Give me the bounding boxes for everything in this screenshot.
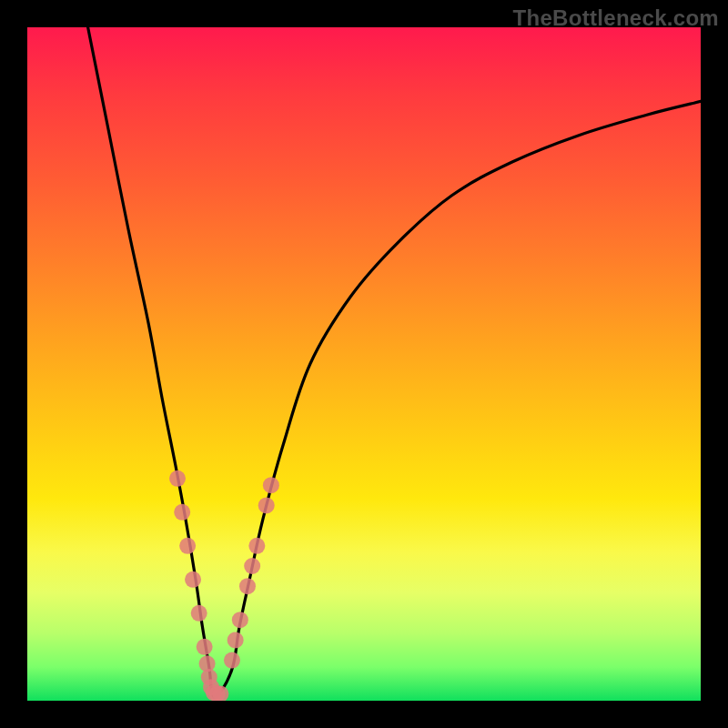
highlight-dot <box>197 639 213 655</box>
highlight-dot <box>239 578 256 594</box>
highlight-dots-right <box>224 477 279 668</box>
chart-svg <box>27 27 701 701</box>
highlight-dot <box>179 538 196 554</box>
highlight-dot <box>191 605 207 622</box>
highlight-dot <box>244 558 260 574</box>
plot-area <box>27 27 701 701</box>
highlight-dot <box>263 477 279 493</box>
highlight-dot <box>174 504 190 521</box>
highlight-dot <box>185 571 201 588</box>
highlight-dot <box>232 612 248 628</box>
chart-frame: TheBottleneck.com <box>0 0 728 728</box>
curve-path <box>88 27 701 698</box>
highlight-dot <box>248 538 265 554</box>
highlight-dots-left <box>169 470 228 701</box>
highlight-dot <box>169 470 186 487</box>
highlight-dot <box>258 497 275 513</box>
bottleneck-curve <box>88 27 701 698</box>
highlight-dot <box>224 652 240 669</box>
highlight-dot <box>228 632 244 648</box>
